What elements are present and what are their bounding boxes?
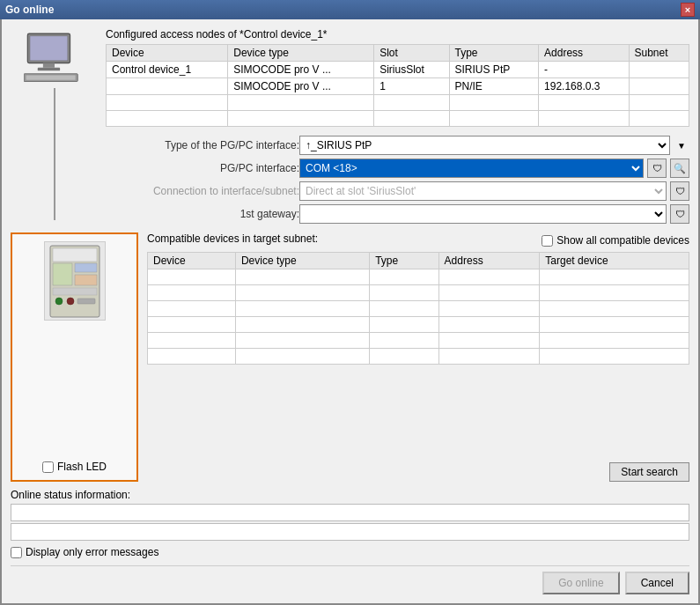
svg-rect-11 — [53, 288, 97, 295]
dropdown-icon: ▼ — [674, 141, 689, 151]
list-item — [148, 269, 689, 285]
pgpc-interface-label: PG/PC interface: — [106, 162, 299, 174]
svg-rect-2 — [43, 63, 55, 68]
online-status-section: Online status information: — [11, 489, 689, 542]
col-type: Type — [449, 45, 539, 62]
svg-rect-3 — [38, 68, 60, 71]
pgpc-type-label: Type of the PG/PC interface: — [106, 139, 299, 151]
connection-label: Connection to interface/subnet: — [106, 185, 299, 197]
dialog-body: Configured access nodes of *Control devi… — [0, 19, 700, 605]
computer-icon — [24, 28, 85, 88]
table-row — [107, 95, 689, 111]
title-bar: Go online × — [0, 0, 700, 19]
list-item — [148, 333, 689, 349]
compat-col-device-type: Device type — [235, 253, 369, 269]
svg-rect-5 — [26, 76, 76, 80]
compat-col-target: Target device — [540, 253, 689, 269]
gateway-select[interactable] — [299, 204, 667, 224]
display-errors-label: Display only error messages — [26, 546, 158, 558]
shield-icon-1: 🛡 — [647, 159, 667, 178]
search-icon-1[interactable]: 🔍 — [670, 159, 689, 178]
flash-led-checkbox[interactable] — [42, 461, 54, 473]
col-address: Address — [539, 45, 629, 62]
col-device-type: Device type — [228, 45, 374, 62]
status-box-1 — [11, 504, 689, 521]
table-row: SIMOCODE pro V ... 1 PN/IE 192.168.0.3 — [107, 78, 689, 95]
list-item — [148, 285, 689, 301]
shield-icon-2: 🛡 — [670, 181, 689, 201]
compat-col-address: Address — [438, 253, 540, 269]
status-box-2 — [11, 523, 689, 541]
show-all-label: Show all compatible devices — [556, 234, 689, 247]
configured-nodes-table: Device Device type Slot Type Address Sub… — [106, 44, 689, 127]
online-status-label: Online status information: — [11, 489, 689, 501]
compatible-devices-table: Device Device type Type Address Target d… — [147, 252, 689, 365]
table-row: Control device_1 SIMOCODE pro V ... Siri… — [107, 62, 689, 78]
shield-icon-3: 🛡 — [670, 204, 689, 224]
connection-select[interactable]: Direct at slot 'SiriusSlot' — [299, 181, 667, 201]
svg-rect-8 — [53, 263, 72, 285]
compatible-devices-section: Compatible devices in target subnet: Sho… — [147, 232, 689, 482]
device-preview-box: Flash LED — [11, 232, 138, 482]
device-image — [44, 241, 106, 321]
svg-rect-9 — [75, 263, 97, 272]
pgpc-interface-select[interactable]: COM <18> — [299, 159, 644, 178]
compatible-devices-label: Compatible devices in target subnet: — [147, 232, 318, 245]
flash-led-label: Flash LED — [57, 461, 107, 473]
svg-point-12 — [55, 298, 63, 305]
list-item — [148, 317, 689, 333]
compat-col-device: Device — [148, 253, 236, 269]
compat-col-type: Type — [370, 253, 438, 269]
close-button[interactable]: × — [681, 3, 695, 17]
col-device: Device — [107, 45, 228, 62]
display-errors-checkbox[interactable] — [11, 547, 22, 558]
configured-nodes-label: Configured access nodes of *Control devi… — [106, 28, 689, 41]
cancel-button[interactable]: Cancel — [625, 572, 689, 594]
bottom-buttons: Go online Cancel — [11, 565, 689, 594]
dialog-title: Go online — [5, 4, 54, 16]
start-search-button[interactable]: Start search — [609, 462, 689, 482]
svg-point-13 — [67, 298, 74, 305]
svg-rect-7 — [53, 248, 97, 262]
svg-rect-1 — [30, 36, 68, 61]
list-item — [148, 301, 689, 317]
col-slot: Slot — [374, 45, 449, 62]
list-item — [148, 349, 689, 365]
configured-nodes-section: Configured access nodes of *Control devi… — [106, 28, 689, 224]
col-subnet: Subnet — [629, 45, 689, 62]
svg-rect-10 — [75, 275, 97, 285]
show-all-checkbox[interactable] — [542, 235, 553, 247]
pgpc-type-select[interactable]: ↑_SIRIUS PtP — [299, 136, 670, 155]
go-online-button[interactable]: Go online — [542, 572, 619, 594]
table-row — [107, 111, 689, 127]
svg-rect-14 — [77, 299, 95, 304]
gateway-label: 1st gateway: — [106, 208, 299, 220]
